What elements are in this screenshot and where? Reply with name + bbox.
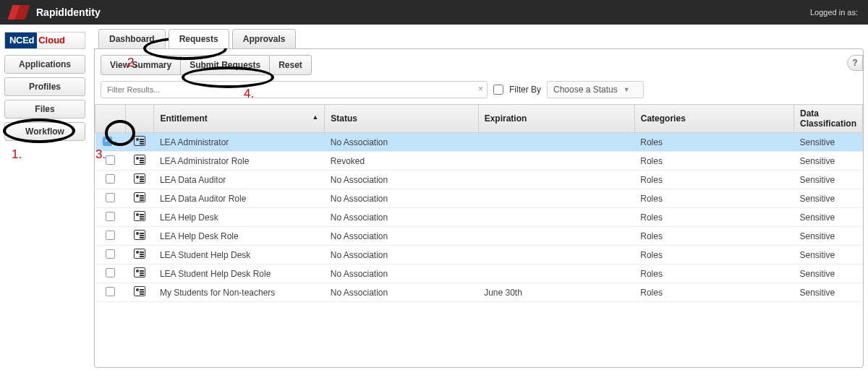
expiration-cell xyxy=(478,133,634,152)
data-classification-cell: Sensitive xyxy=(793,208,862,227)
table-row[interactable]: LEA Data AuditorNo AssociationRolesSensi… xyxy=(95,171,863,189)
entitlement-name: LEA Data Auditor xyxy=(154,171,325,189)
categories-cell: Roles xyxy=(634,171,793,189)
requests-panel: ? View Summary Submit Requests Reset × F… xyxy=(94,48,864,368)
data-classification-cell: Sensitive xyxy=(793,171,862,189)
entitlement-name: LEA Help Desk xyxy=(154,208,325,227)
row-checkbox[interactable] xyxy=(106,193,115,202)
expiration-cell xyxy=(478,264,634,283)
categories-cell: Roles xyxy=(634,283,793,302)
entitlement-name: LEA Data Auditor Role xyxy=(154,189,325,208)
row-checkbox[interactable] xyxy=(106,155,115,165)
entitlement-name: LEA Help Desk Role xyxy=(154,227,325,246)
help-button[interactable]: ? xyxy=(847,55,863,71)
expiration-cell xyxy=(478,208,634,227)
entitlement-name: LEA Student Help Desk Role xyxy=(154,264,325,283)
sidebar-item-files[interactable]: Files xyxy=(4,100,85,119)
categories-cell: Roles xyxy=(634,264,793,283)
view-summary-button[interactable]: View Summary xyxy=(101,55,181,75)
status-select[interactable]: Choose a Status ▼ xyxy=(547,81,644,98)
entitlement-icon xyxy=(134,230,145,240)
row-checkbox[interactable] xyxy=(103,137,112,146)
col-header-expiration[interactable]: Expiration xyxy=(478,105,634,133)
table-row[interactable]: LEA Help DeskNo AssociationRolesSensitiv… xyxy=(95,208,863,227)
categories-cell: Roles xyxy=(634,189,793,208)
expiration-cell xyxy=(478,227,634,246)
data-classification-cell: Sensitive xyxy=(793,227,862,246)
status-cell: No Association xyxy=(325,283,478,302)
status-cell: Revoked xyxy=(325,152,478,171)
org-logo: NCEd Cloud xyxy=(4,32,85,49)
org-logo-right: Cloud xyxy=(37,33,69,48)
sidebar-item-applications[interactable]: Applications xyxy=(4,55,85,74)
table-row[interactable]: LEA Help Desk RoleNo AssociationRolesSen… xyxy=(95,227,863,246)
entitlement-icon xyxy=(134,211,145,221)
chevron-down-icon: ▼ xyxy=(624,86,630,93)
filter-results-input[interactable] xyxy=(101,81,488,98)
sidebar-item-workflow[interactable]: Workflow xyxy=(4,122,85,141)
org-logo-left: NCEd xyxy=(5,33,37,48)
logged-in-label: Logged in as: xyxy=(810,8,858,17)
col-header-status[interactable]: Status xyxy=(325,105,478,133)
entitlement-icon xyxy=(134,249,145,259)
clear-filter-icon[interactable]: × xyxy=(478,84,483,94)
entitlement-icon xyxy=(134,267,145,278)
categories-cell: Roles xyxy=(634,152,793,171)
table-row[interactable]: LEA Student Help Desk RoleNo Association… xyxy=(95,264,863,283)
data-classification-cell: Sensitive xyxy=(793,133,862,152)
row-checkbox[interactable] xyxy=(106,231,115,240)
col-header-categories[interactable]: Categories xyxy=(634,105,793,133)
table-row[interactable]: •LEA AdministratorNo AssociationRolesSen… xyxy=(95,133,863,152)
status-cell: No Association xyxy=(325,227,478,246)
tab-dashboard[interactable]: Dashboard xyxy=(98,29,166,48)
top-bar: RapidIdentity Logged in as: xyxy=(0,0,868,25)
table-row[interactable]: LEA Student Help DeskNo AssociationRoles… xyxy=(95,246,863,264)
data-classification-cell: Sensitive xyxy=(793,264,862,283)
entitlement-name: LEA Student Help Desk xyxy=(154,246,325,264)
logo-mark-icon xyxy=(10,5,29,20)
categories-cell: Roles xyxy=(634,246,793,264)
status-cell: No Association xyxy=(325,246,478,264)
row-checkbox[interactable] xyxy=(106,174,115,184)
reset-button[interactable]: Reset xyxy=(269,55,312,75)
filter-by-label: Filter By xyxy=(509,85,541,95)
table-row[interactable]: LEA Administrator RoleRevokedRolesSensit… xyxy=(95,152,863,171)
filter-by-checkbox[interactable] xyxy=(493,85,503,95)
sidebar: NCEd Cloud Applications Profiles Files W… xyxy=(0,25,90,370)
tab-requests[interactable]: Requests xyxy=(169,29,229,48)
data-classification-cell: Sensitive xyxy=(793,152,862,171)
col-header-select[interactable] xyxy=(95,105,126,133)
expiration-cell xyxy=(478,171,634,189)
row-checkbox[interactable] xyxy=(106,212,115,221)
tab-approvals[interactable]: Approvals xyxy=(232,29,297,48)
submit-requests-button[interactable]: Submit Requests xyxy=(180,55,270,75)
app-brand: RapidIdentity xyxy=(36,7,101,18)
expiration-cell xyxy=(478,246,634,264)
entitlement-icon xyxy=(134,136,145,146)
sidebar-item-profiles[interactable]: Profiles xyxy=(4,77,85,96)
entitlements-table: Entitlement ▲ Status Expiration Categori… xyxy=(95,104,863,302)
categories-cell: Roles xyxy=(634,133,793,152)
table-row[interactable]: LEA Data Auditor RoleNo AssociationRoles… xyxy=(95,189,863,208)
sort-asc-icon: ▲ xyxy=(312,113,318,121)
status-cell: No Association xyxy=(325,171,478,189)
categories-cell: Roles xyxy=(634,227,793,246)
col-header-icon xyxy=(125,105,154,133)
row-checkbox[interactable] xyxy=(106,249,115,259)
tab-bar: Dashboard Requests Approvals xyxy=(94,29,868,48)
main-area: Dashboard Requests Approvals ? View Summ… xyxy=(90,25,868,370)
table-row[interactable]: My Students for Non-teachersNo Associati… xyxy=(95,283,863,302)
entitlement-icon xyxy=(134,192,145,202)
data-classification-cell: Sensitive xyxy=(793,283,862,302)
filter-row: × Filter By Choose a Status ▼ xyxy=(95,81,863,104)
expiration-cell: June 30th xyxy=(478,283,634,302)
col-header-entitlement[interactable]: Entitlement ▲ xyxy=(154,105,325,133)
col-header-data-classification[interactable]: Data Classification xyxy=(793,105,862,133)
status-cell: No Association xyxy=(325,264,478,283)
entitlement-name: LEA Administrator Role xyxy=(154,152,325,171)
data-classification-cell: Sensitive xyxy=(793,189,862,208)
entitlement-icon xyxy=(134,173,145,184)
row-checkbox[interactable] xyxy=(106,268,115,278)
entitlement-name: LEA Administrator xyxy=(154,133,325,152)
row-checkbox[interactable] xyxy=(106,287,115,296)
